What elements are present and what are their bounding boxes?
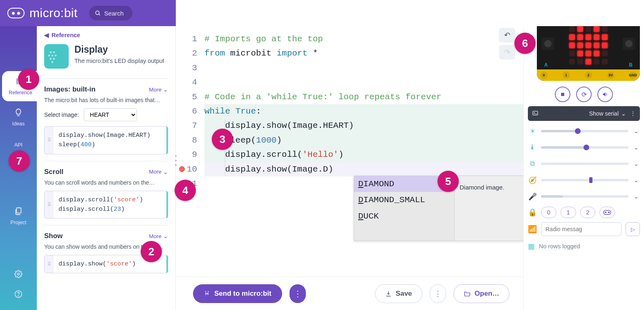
code-snippet-card[interactable]: ⠿ display.show(Image.HEART) sleep(400) [44, 126, 168, 154]
select-image-label: Select image: [44, 112, 79, 118]
chevron-down-icon[interactable]: ⌄ [633, 193, 640, 200]
reference-back-button[interactable]: ◀ Reference [44, 32, 80, 38]
sim-mute-button[interactable] [597, 87, 613, 102]
thermometer-icon: 🌡 [528, 143, 537, 152]
svg-point-5 [18, 296, 18, 296]
brand-logo: micro:bit [0, 6, 78, 20]
nav-project[interactable]: Project [0, 200, 37, 229]
radio-send-button[interactable]: ▷ [626, 222, 640, 236]
nav-ideas[interactable]: Ideas [0, 101, 37, 130]
chevron-down-icon: ⌄ [163, 86, 168, 93]
section-more-button[interactable]: More ⌄ [149, 169, 168, 175]
svg-rect-2 [16, 208, 21, 213]
svg-rect-13 [52, 61, 53, 63]
pin-1-chip[interactable]: 1 [561, 207, 576, 218]
sun-icon: ☀ [528, 127, 537, 136]
microphone-icon: 🎤 [528, 192, 537, 201]
nav-api[interactable]: API [0, 130, 37, 151]
serial-icon [532, 110, 539, 118]
serial-menu-button[interactable]: ⋮ [630, 110, 636, 117]
pin-2-chip[interactable]: 2 [580, 207, 596, 218]
radio-row: 📶 ▷ [528, 222, 640, 236]
annotation-bubble-4: 4 [175, 180, 196, 201]
panel-splitter[interactable] [175, 155, 179, 166]
error-indicator-icon[interactable] [179, 166, 185, 172]
settings-icon[interactable] [0, 265, 37, 285]
svg-rect-21 [533, 111, 538, 115]
chevron-down-icon: ⌄ [163, 169, 168, 175]
sound-sensor-row[interactable]: 🎤 ⌄ [528, 190, 640, 203]
save-button[interactable]: Save [375, 284, 422, 303]
chevron-down-icon[interactable]: ⌄ [633, 177, 640, 183]
sim-button-a[interactable] [542, 38, 554, 50]
chevron-down-icon[interactable]: ⌄ [633, 161, 640, 167]
drag-handle-icon[interactable]: ⠿ [45, 191, 54, 219]
sim-stop-button[interactable]: ■ [555, 87, 570, 102]
section-more-button[interactable]: More ⌄ [149, 233, 168, 239]
svg-rect-10 [55, 55, 56, 56]
chevron-down-icon[interactable]: ⌄ [633, 128, 640, 134]
pin-logo-chip[interactable] [599, 207, 615, 218]
section-title: Scroll [44, 168, 63, 176]
svg-rect-22 [604, 210, 611, 214]
annotation-bubble-5: 5 [438, 171, 459, 192]
files-icon [0, 207, 37, 218]
radio-icon: 📶 [528, 225, 537, 234]
chevron-down-icon: ⌄ [163, 233, 168, 239]
bulb-icon [0, 108, 37, 119]
autocomplete-doc: Diamond image. [454, 176, 523, 241]
svg-point-0 [96, 11, 99, 14]
code-snippet-card[interactable]: ⠿ display.scroll('score') display.scroll… [44, 191, 168, 219]
drag-handle-icon[interactable]: ⠿ [45, 255, 54, 273]
svg-rect-12 [53, 58, 55, 60]
svg-rect-9 [52, 55, 53, 56]
editor: ↶ ↷ 1234567891011 # Imports go at the to… [176, 0, 523, 310]
simulator-panel: ⇥ AB 0123VGND ■ ⟳ Show serial ⌄ ⋮ [523, 0, 644, 310]
save-options-button[interactable]: ⋮ [430, 284, 446, 303]
search-button[interactable]: Search [89, 6, 133, 20]
temp-sensor-row[interactable]: 🌡 ⌄ [528, 141, 640, 154]
open-button[interactable]: Open… [453, 284, 509, 303]
svg-point-23 [605, 212, 606, 213]
svg-line-1 [99, 14, 100, 15]
sim-button-b[interactable] [623, 38, 635, 50]
section-desc: You can scroll words and numbers on the… [44, 179, 168, 186]
annotation-bubble-7: 7 [9, 150, 30, 172]
data-log-row[interactable]: ▦ No rows logged [528, 240, 640, 251]
send-to-microbit-button[interactable]: Send to micro:bit [193, 284, 282, 303]
image-select[interactable]: HEART [84, 108, 137, 121]
svg-rect-8 [48, 55, 50, 56]
pins-row: 🔒 0 1 2 [528, 207, 640, 218]
section-title: Images: built-in [44, 85, 96, 94]
chevron-down-icon[interactable]: ⌄ [633, 144, 640, 151]
light-sensor-row[interactable]: ☀ ⌄ [528, 125, 640, 137]
autocomplete-item[interactable]: DIAMOND_SMALL [354, 192, 454, 208]
show-serial-button[interactable]: Show serial ⌄ [589, 110, 626, 117]
ref-section-scroll: Scroll More ⌄ You can scroll words and n… [44, 161, 168, 225]
pin-0-chip[interactable]: 0 [541, 207, 556, 218]
drag-handle-icon[interactable]: ⠿ [45, 127, 54, 154]
ref-section-images: Images: built-in More ⌄ The micro:bit ha… [44, 78, 168, 161]
sim-reset-button[interactable]: ⟳ [576, 87, 592, 102]
send-options-button[interactable]: ⋮ [289, 284, 306, 303]
compass-icon: 🧭 [528, 176, 537, 185]
section-title: Show [44, 232, 63, 240]
svg-point-3 [18, 273, 20, 275]
help-icon[interactable] [0, 285, 37, 305]
svg-rect-11 [50, 58, 52, 60]
section-more-button[interactable]: More ⌄ [149, 86, 168, 93]
compass-sensor-row[interactable]: 🧭 ⌄ [528, 174, 640, 186]
svg-point-24 [608, 212, 609, 213]
svg-rect-6 [50, 51, 52, 53]
section-desc: The micro:bit has lots of built-in image… [44, 97, 168, 103]
chevron-left-icon: ◀ [44, 32, 49, 38]
accel-sensor-row[interactable]: ⧉ ⌄ [528, 158, 640, 170]
topic-thumbnail [44, 44, 69, 69]
topic-subtitle: The micro:bit's LED display output [74, 57, 164, 65]
autocomplete-item[interactable]: DUCK [354, 208, 454, 224]
table-icon: ▦ [528, 242, 535, 251]
annotation-bubble-3: 3 [212, 129, 233, 150]
accelerometer-icon: ⧉ [528, 160, 537, 168]
annotation-bubble-1: 1 [18, 69, 39, 90]
radio-message-input[interactable] [541, 222, 622, 236]
